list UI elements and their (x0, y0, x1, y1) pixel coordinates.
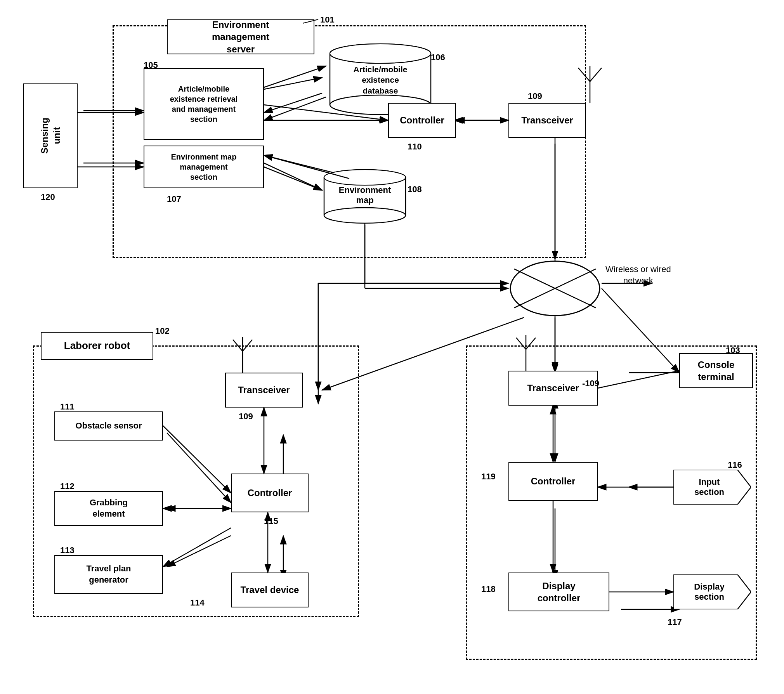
network-cross-box (508, 259, 602, 318)
ref-105: 105 (144, 60, 158, 70)
ref-103: 103 (726, 345, 740, 356)
ref-117: 117 (668, 617, 682, 627)
network-svg (508, 259, 602, 318)
ref-106: 106 (431, 52, 445, 62)
grabbing-element-box: Grabbingelement (54, 491, 163, 526)
ref-107: 107 (167, 194, 181, 204)
ref-112: 112 (60, 481, 75, 491)
ref-118: 118 (481, 584, 496, 594)
ref-102: 102 (155, 326, 170, 336)
ref-115: 115 (264, 516, 278, 526)
ref-120: 120 (41, 192, 55, 202)
ref-108: 108 (408, 184, 422, 194)
article-retrieval-box: Article/mobileexistence retrievaland man… (144, 68, 264, 140)
transceiver-top-box: Transceiver (508, 103, 586, 138)
diagram: Environmentmanagementserver 101 Article/… (0, 0, 784, 694)
svg-point-43 (324, 208, 406, 223)
travel-plan-box: Travel plangenerator (54, 555, 163, 594)
controller-robot-box: Controller (231, 474, 309, 512)
network-label: Wireless or wirednetwork (605, 264, 671, 286)
svg-point-44 (324, 170, 406, 185)
controller-console-box: Controller (508, 462, 598, 501)
travel-device-box: Travel device (231, 573, 309, 607)
ref-113: 113 (60, 545, 75, 555)
ref-116: 116 (728, 460, 742, 470)
controller-top-box: Controller (388, 103, 456, 138)
display-section-box: Displaysection (673, 574, 751, 609)
transceiver-robot-box: Transceiver (225, 373, 303, 408)
ref-109-top: 109 (528, 91, 542, 101)
env-map-mgmt-box: Environment mapmanagementsection (144, 146, 264, 188)
svg-point-35 (330, 44, 431, 63)
laborer-robot-box: Laborer robot (41, 332, 153, 360)
console-terminal-box: Consoleterminal (679, 353, 753, 388)
ref-119: 119 (481, 472, 496, 482)
input-section-box: Inputsection (673, 470, 751, 505)
svg-line-38 (590, 68, 602, 82)
env-map-box: Environmentmap (322, 169, 408, 227)
ref-110: 110 (408, 142, 422, 152)
ref-111: 111 (60, 402, 75, 412)
obstacle-sensor-box: Obstacle sensor (54, 411, 163, 441)
display-controller-box: Displaycontroller (508, 573, 609, 611)
ref-109-robot: 109 (239, 411, 253, 422)
sensing-unit-box: Sensingunit (23, 83, 78, 188)
env-server-box: Environmentmanagementserver (167, 19, 314, 54)
ref-101: 101 (320, 15, 335, 25)
ref-109-console: -109 (582, 378, 599, 389)
ref-114: 114 (190, 598, 205, 608)
